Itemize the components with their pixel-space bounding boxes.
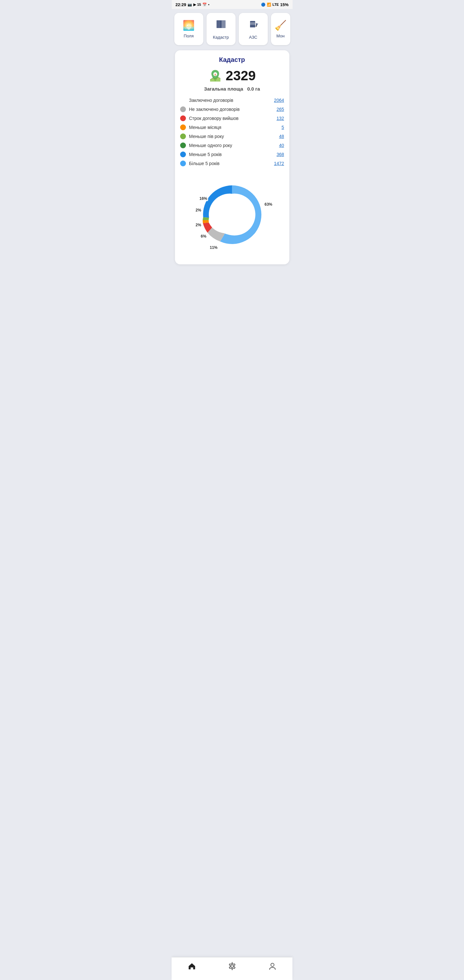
cadastre-area: Загальна площа 0.0 га xyxy=(180,86,284,92)
stat-value-less-half-year[interactable]: 48 xyxy=(279,134,284,139)
stat-dot-less-month xyxy=(180,124,186,130)
stat-dot-more-5years xyxy=(180,161,186,166)
status-bluetooth-icon: 🔵 xyxy=(261,3,265,7)
svg-point-3 xyxy=(256,25,257,27)
stat-value-contracted[interactable]: 2064 xyxy=(274,98,284,103)
mon-label: Мон xyxy=(276,33,284,38)
status-battery: 15% xyxy=(280,2,288,7)
stat-dot-less-5years xyxy=(180,151,186,158)
stat-row-contracted: Заключено договорів 2064 xyxy=(180,97,284,103)
status-icon-calendar: 📅 xyxy=(202,3,207,7)
fields-label: Поля xyxy=(184,33,194,38)
cadastre-label: Кадастр xyxy=(213,35,229,40)
donut-chart-container: 63% 11% 6% 2% 2% 16% xyxy=(180,173,284,257)
azs-icon xyxy=(248,18,259,32)
stat-label-less-month: Меньше місяця xyxy=(189,125,278,130)
status-time: 22:29 xyxy=(176,2,186,7)
azs-label: АЗС xyxy=(249,35,257,40)
stat-value-not-contracted[interactable]: 265 xyxy=(276,107,284,112)
cadastre-card-title: Кадастр xyxy=(180,56,284,64)
stat-dot-less-year xyxy=(180,143,186,148)
stat-label-expired: Строк договору вийшов xyxy=(189,116,273,121)
donut-svg xyxy=(190,173,274,257)
stat-row-not-contracted: Не заключено договорів 265 xyxy=(180,107,284,112)
svg-rect-1 xyxy=(221,20,226,28)
stat-row-less-year: Меньше одного року 40 xyxy=(180,143,284,148)
stat-label-less-half-year: Меньше пів року xyxy=(189,134,276,139)
mon-icon: 🧹 xyxy=(275,20,286,31)
cadastre-icon xyxy=(215,18,227,32)
donut-hole xyxy=(212,195,252,235)
cadastre-hero-icon: $ xyxy=(208,68,222,83)
status-icon-15: 15 xyxy=(197,3,201,6)
stat-value-more-5years[interactable]: 1472 xyxy=(274,161,284,166)
stat-dot-not-contracted xyxy=(180,107,186,112)
stat-row-less-5years: Меньше 5 років 368 xyxy=(180,151,284,158)
cadastre-hero: $ 2329 xyxy=(180,68,284,83)
stat-label-contracted: Заключено договорів xyxy=(189,98,271,103)
stat-label-more-5years: Більше 5 років xyxy=(189,161,271,166)
stat-value-less-year[interactable]: 40 xyxy=(279,143,284,148)
stat-value-less-month[interactable]: 5 xyxy=(281,125,284,130)
stat-row-less-half-year: Меньше пів року 48 xyxy=(180,134,284,139)
top-menu: 🌅 Поля Кадастр АЗС 🧹 Мон xyxy=(172,9,292,48)
chart-label-16: 16% xyxy=(199,196,208,201)
cadastre-main-card: Кадастр $ 2329 Загальна площа 0.0 га Зак… xyxy=(175,50,289,264)
cadastre-hero-number: 2329 xyxy=(226,68,256,83)
chart-label-63: 63% xyxy=(264,202,273,207)
chart-label-11: 11% xyxy=(209,245,218,250)
svg-rect-0 xyxy=(216,20,221,28)
menu-card-fields[interactable]: 🌅 Поля xyxy=(174,13,203,45)
chart-label-6: 6% xyxy=(200,234,207,239)
stat-label-less-5years: Меньше 5 років xyxy=(189,152,273,157)
status-icon-dot: • xyxy=(208,3,210,6)
stat-dot-less-half-year xyxy=(180,134,186,139)
fields-icon: 🌅 xyxy=(183,20,195,31)
stat-label-not-contracted: Не заключено договорів xyxy=(189,107,273,112)
donut-chart: 63% 11% 6% 2% 2% 16% xyxy=(190,173,274,257)
stat-value-expired[interactable]: 132 xyxy=(276,116,284,121)
status-icon-notification: 📷 xyxy=(188,3,192,7)
stat-value-less-5years[interactable]: 368 xyxy=(276,152,284,157)
stat-dot-expired xyxy=(180,115,186,121)
stat-row-more-5years: Більше 5 років 1472 xyxy=(180,161,284,166)
cadastre-area-value: 0.0 га xyxy=(247,86,260,92)
chart-label-2a: 2% xyxy=(195,223,202,228)
chart-segment-2pct-green xyxy=(203,217,209,220)
menu-card-azs[interactable]: АЗС xyxy=(239,13,268,45)
stats-list: Заключено договорів 2064 Не заключено до… xyxy=(180,97,284,166)
menu-card-cadastre[interactable]: Кадастр xyxy=(207,13,235,45)
status-bar: 22:29 📷 ▶ 15 📅 • 🔵 📶 LTE 15% xyxy=(172,0,292,9)
stat-row-expired: Строк договору вийшов 132 xyxy=(180,115,284,121)
stat-label-less-year: Меньше одного року xyxy=(189,143,276,148)
stat-dot-contracted xyxy=(180,97,186,103)
svg-rect-2 xyxy=(250,22,255,25)
svg-text:$: $ xyxy=(215,73,216,76)
status-lte-icon: LTE xyxy=(273,3,279,6)
menu-card-mon[interactable]: 🧹 Мон xyxy=(271,13,290,45)
cadastre-area-label: Загальна площа xyxy=(204,86,243,92)
status-icon-play: ▶ xyxy=(193,3,196,7)
chart-label-2b: 2% xyxy=(195,208,202,213)
status-signal-icon: 📶 xyxy=(267,3,271,7)
stat-row-less-month: Меньше місяця 5 xyxy=(180,124,284,130)
